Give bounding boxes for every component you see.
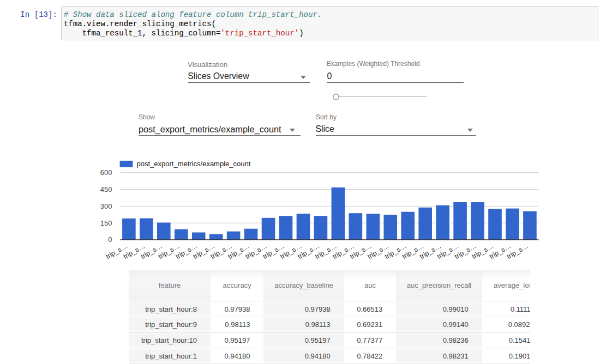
svg-text:450: 450 bbox=[100, 185, 112, 193]
svg-text:300: 300 bbox=[100, 202, 112, 210]
svg-text:150: 150 bbox=[100, 219, 112, 227]
svg-text:0: 0 bbox=[108, 235, 112, 244]
svg-text:post_export_metrics/example_co: post_export_metrics/example_count bbox=[137, 160, 251, 168]
svg-text:600: 600 bbox=[100, 168, 112, 177]
